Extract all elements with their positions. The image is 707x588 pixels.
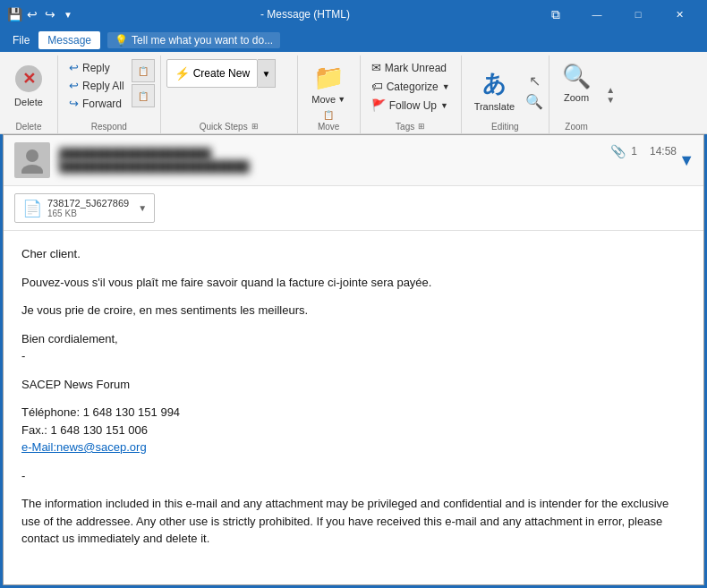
- mark-unread-icon: ✉: [371, 61, 381, 74]
- ribbon-content: ✕ Delete Delete ↩ Reply: [0, 52, 707, 134]
- scroll-down-icon[interactable]: ▼: [678, 151, 694, 170]
- window-controls: ⧉ — □ ✕: [535, 0, 700, 29]
- lightbulb-icon: 💡: [115, 34, 128, 47]
- categorize-button[interactable]: 🏷 Categorize ▼: [366, 78, 456, 95]
- reply-all-button[interactable]: ↩ Reply All: [64, 77, 130, 94]
- close-btn[interactable]: ✕: [659, 0, 700, 29]
- zoom-icon: 🔍: [562, 63, 591, 90]
- reply-label: Reply: [82, 62, 110, 74]
- person-icon: [19, 147, 46, 174]
- greeting: Cher client.: [21, 245, 686, 263]
- ribbon-scroll-btn[interactable]: ▲▼: [603, 55, 618, 133]
- categorize-label: Categorize: [387, 81, 439, 93]
- ribbon-group-tags: ✉ Mark Unread 🏷 Categorize ▼ 🚩 Follow Up…: [361, 55, 462, 133]
- respond-extra-1[interactable]: 📋: [132, 59, 155, 82]
- delete-group-label: Delete: [16, 122, 42, 132]
- email-content-area: ████████████████████ ███████████████████…: [3, 134, 704, 585]
- attachment-size: 165 KB: [47, 209, 129, 218]
- categorize-icon: 🏷: [371, 80, 383, 93]
- redo-icon[interactable]: ↪: [43, 7, 57, 21]
- attachment-area: 📄 738172_5J627869 165 KB ▼: [4, 186, 703, 231]
- mark-unread-button[interactable]: ✉ Mark Unread: [366, 59, 456, 76]
- email-header: ████████████████████ ███████████████████…: [4, 135, 703, 186]
- title-bar: 💾 ↩ ↪ ▼ - Message (HTML) ⧉ — □ ✕: [0, 0, 707, 29]
- attachment-dropdown-icon[interactable]: ▼: [138, 203, 147, 213]
- email-meta: ████████████████████ ███████████████████…: [59, 148, 693, 173]
- translate-label: Translate: [474, 101, 515, 112]
- ribbon-group-zoom: 🔍 Zoom Zoom: [549, 55, 603, 133]
- email-body: Cher client. Pouvez-vous s'il vous plaît…: [4, 231, 703, 584]
- main-window: 💾 ↩ ↪ ▼ - Message (HTML) ⧉ — □ ✕ File Me…: [0, 0, 707, 588]
- dash1: -: [21, 349, 25, 362]
- editing-group-footer: Editing: [467, 120, 543, 132]
- mark-unread-label: Mark Unread: [385, 62, 447, 74]
- editing-extras: ↖ 🔍: [525, 69, 543, 110]
- reply-all-label: Reply All: [82, 80, 124, 92]
- email-subject: █████████████████████████: [59, 160, 693, 173]
- editing-group-label: Editing: [491, 122, 519, 132]
- restore-btn[interactable]: ⧉: [535, 0, 576, 29]
- sender-name: ████████████████████: [59, 148, 693, 160]
- minimize-btn[interactable]: —: [576, 0, 618, 29]
- move-button[interactable]: 📁 Move ▼: [306, 59, 351, 108]
- maximize-btn[interactable]: □: [618, 0, 659, 29]
- move-icon: 📁: [313, 63, 345, 92]
- email-time: 14:58: [650, 145, 677, 158]
- zoom-label: Zoom: [564, 92, 589, 103]
- move-group-label: Move: [318, 122, 339, 132]
- menu-bar: File Message 💡 Tell me what you want to …: [0, 29, 707, 52]
- menu-file[interactable]: File: [4, 31, 38, 49]
- paperclip-icon: 📎: [610, 144, 626, 158]
- cursor-icon[interactable]: ↖: [529, 72, 541, 89]
- ribbon-group-delete: ✕ Delete Delete: [0, 55, 58, 133]
- translate-icon: あ: [482, 68, 507, 99]
- tell-me-input[interactable]: 💡 Tell me what you want to do...: [107, 32, 280, 48]
- attachment-details: 738172_5J627869 165 KB: [47, 198, 129, 218]
- search-icon[interactable]: 🔍: [525, 93, 543, 110]
- attachment-count: 1: [631, 145, 637, 158]
- email-link[interactable]: e-Mail:news@sacep.org: [21, 440, 147, 454]
- lightning-icon: ⚡: [175, 66, 190, 81]
- attachment-item[interactable]: 📄 738172_5J627869 165 KB ▼: [14, 193, 155, 223]
- closing-text: Bien cordialement,: [21, 332, 118, 345]
- undo-icon[interactable]: ↩: [25, 7, 39, 21]
- respond-extras: 📋 📋: [132, 59, 155, 107]
- menu-message[interactable]: Message: [38, 31, 100, 49]
- move-group-footer: Move: [303, 120, 354, 132]
- body-line3: Bien cordialement, -: [21, 330, 686, 365]
- follow-up-label: Follow Up: [389, 99, 437, 112]
- follow-up-button[interactable]: 🚩 Follow Up ▼: [366, 97, 456, 114]
- window-title: - Message (HTML): [75, 8, 535, 21]
- ribbon-group-quicksteps: ⚡ Create New ▼ Quick Steps ⊞: [161, 55, 298, 133]
- forward-button[interactable]: ↪ Forward: [64, 95, 130, 112]
- org-name: SACEP News Forum: [21, 376, 686, 394]
- delete-label: Delete: [14, 97, 43, 107]
- reply-all-icon: ↩: [69, 79, 79, 92]
- attachment-file-icon: 📄: [22, 199, 42, 218]
- delete-icon: ✕: [13, 63, 45, 95]
- disclaimer: The information included in this e-mail …: [21, 495, 686, 548]
- respond-group-footer: Respond: [64, 120, 155, 132]
- customize-icon[interactable]: ▼: [61, 7, 75, 21]
- reply-button[interactable]: ↩ Reply: [64, 59, 130, 76]
- zoom-group-label: Zoom: [565, 122, 588, 132]
- quicksteps-expand-icon[interactable]: ⊞: [251, 122, 259, 131]
- rules-button[interactable]: 📋: [306, 110, 351, 120]
- create-new-dropdown[interactable]: ▼: [258, 59, 276, 88]
- phone: Téléphone: 1 648 130 151 994: [21, 405, 180, 419]
- respond-group-label: Respond: [91, 122, 127, 132]
- translate-button[interactable]: あ Translate: [467, 64, 522, 115]
- contact-info: Téléphone: 1 648 130 151 994 Fax.: 1 648…: [21, 404, 686, 456]
- tags-expand-icon[interactable]: ⊞: [418, 122, 425, 131]
- delete-button[interactable]: ✕ Delete: [5, 59, 52, 111]
- zoom-group-content: 🔍 Zoom: [555, 59, 598, 120]
- ribbon-group-respond: ↩ Reply ↩ Reply All ↪ Forward �: [58, 55, 161, 133]
- forward-label: Forward: [82, 98, 122, 110]
- save-icon[interactable]: 💾: [7, 7, 21, 21]
- quicksteps-group-label: Quick Steps: [200, 122, 248, 132]
- respond-extra-2[interactable]: 📋: [132, 84, 155, 107]
- zoom-button[interactable]: 🔍 Zoom: [555, 59, 598, 107]
- fax: Fax.: 1 648 130 151 006: [21, 423, 148, 437]
- create-new-button[interactable]: ⚡ Create New: [166, 59, 258, 88]
- body-line2: Je vous prie de croire, en mes sentiment…: [21, 302, 686, 320]
